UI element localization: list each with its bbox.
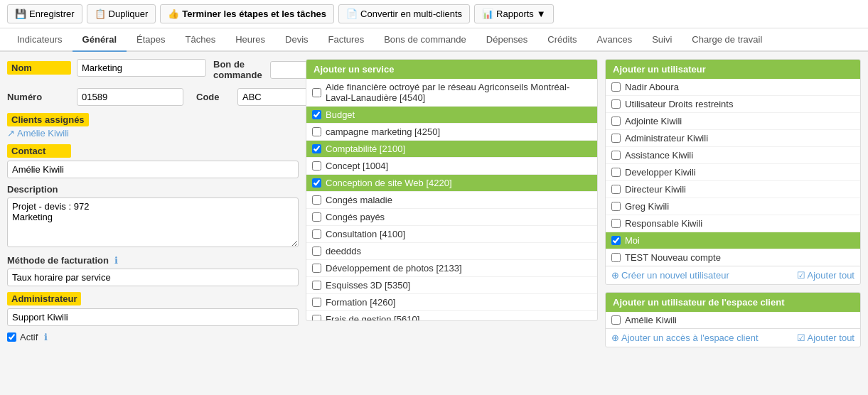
user-checkbox[interactable] bbox=[611, 117, 621, 126]
toolbar: 💾 Enregistrer 📋 Dupliquer 👍 Terminer les… bbox=[0, 0, 868, 28]
billing-info-icon[interactable]: ℹ bbox=[114, 255, 118, 266]
add-all-users-link[interactable]: ☑ Ajouter tout bbox=[797, 270, 855, 281]
services-header: Ajouter un service bbox=[306, 60, 597, 79]
user-item: Administrateur Kiwili bbox=[606, 130, 860, 147]
user-checkbox[interactable] bbox=[611, 253, 621, 262]
client-link[interactable]: ↗ Amélie Kiwili bbox=[7, 128, 299, 139]
convert-button[interactable]: 📄 Convertir en multi-clients bbox=[338, 4, 470, 23]
user-item-label: Greg Kiwili bbox=[625, 201, 854, 212]
tab-factures[interactable]: Factures bbox=[318, 28, 375, 52]
service-checkbox[interactable] bbox=[312, 110, 321, 119]
service-list[interactable]: Aide financière octroyé par le réseau Ag… bbox=[306, 79, 597, 320]
reports-icon: 📊 bbox=[482, 9, 493, 19]
numero-input[interactable] bbox=[77, 88, 183, 106]
service-checkbox[interactable] bbox=[312, 144, 321, 153]
tab-depenses[interactable]: Dépenses bbox=[476, 28, 538, 52]
service-checkbox[interactable] bbox=[312, 88, 321, 97]
save-button[interactable]: 💾 Enregistrer bbox=[7, 4, 82, 23]
actif-label: Actif bbox=[20, 332, 38, 342]
services-section: Ajouter un service Aide financière octro… bbox=[306, 59, 598, 321]
service-item: Aide financière octroyé par le réseau Ag… bbox=[306, 79, 597, 107]
service-item-label: Budget bbox=[326, 109, 591, 120]
tab-devis[interactable]: Devis bbox=[275, 28, 318, 52]
user-item-label: Assistance Kiwili bbox=[625, 150, 854, 161]
user-checkbox[interactable] bbox=[611, 236, 621, 245]
clients-label: Clients assignés bbox=[7, 113, 89, 126]
checkmark-all-icon: ☑ bbox=[797, 332, 805, 343]
tab-taches[interactable]: Tâches bbox=[176, 28, 226, 52]
service-item: Consultation [4100] bbox=[306, 226, 597, 243]
tab-avances[interactable]: Avances bbox=[587, 28, 643, 52]
admin-select[interactable]: Support Kiwili bbox=[7, 308, 299, 326]
service-item: Budget bbox=[306, 107, 597, 124]
service-checkbox[interactable] bbox=[312, 281, 321, 290]
tab-etapes[interactable]: Étapes bbox=[127, 28, 175, 52]
user-checkbox[interactable] bbox=[611, 134, 621, 143]
service-item: deeddds bbox=[306, 243, 597, 260]
main-content: Nom Bon de commande Numéro Code Clients … bbox=[0, 52, 868, 355]
reports-button[interactable]: 📊 Rapports ▼ bbox=[474, 4, 554, 23]
user-item: Developper Kiwili bbox=[606, 164, 860, 181]
user-list: Nadir Aboura Utilisateur Droits restrein… bbox=[606, 79, 860, 266]
user-item-label: Responsable Kiwili bbox=[625, 218, 854, 229]
service-checkbox[interactable] bbox=[312, 212, 321, 222]
actif-info-icon[interactable]: ℹ bbox=[44, 332, 48, 342]
tab-charge-travail[interactable]: Charge de travail bbox=[682, 28, 772, 52]
user-checkbox[interactable] bbox=[611, 151, 621, 160]
service-checkbox[interactable] bbox=[312, 178, 321, 188]
service-item: Développement de photos [2133] bbox=[306, 260, 597, 277]
user-item-label: Developper Kiwili bbox=[625, 167, 854, 178]
service-item: campagne marketing [4250] bbox=[306, 124, 597, 141]
nom-input[interactable] bbox=[77, 59, 206, 77]
actif-row: Actif ℹ bbox=[7, 332, 299, 342]
left-panel: Nom Bon de commande Numéro Code Clients … bbox=[7, 59, 299, 347]
tab-bons-commande[interactable]: Bons de commande bbox=[374, 28, 476, 52]
billing-select[interactable]: Taux horaire par service bbox=[7, 269, 299, 286]
save-icon: 💾 bbox=[15, 9, 26, 19]
dropdown-icon: ▼ bbox=[537, 9, 546, 19]
user-checkbox[interactable] bbox=[611, 219, 621, 228]
user-checkbox[interactable] bbox=[611, 185, 621, 194]
user-item: Greg Kiwili bbox=[606, 198, 860, 215]
service-item-label: Congés payés bbox=[326, 212, 591, 222]
user-item-label: Administrateur Kiwili bbox=[625, 133, 854, 144]
service-checkbox[interactable] bbox=[312, 161, 321, 171]
tab-general[interactable]: Général bbox=[73, 28, 127, 52]
service-checkbox[interactable] bbox=[312, 298, 321, 307]
nav-tabs: Indicateurs Général Étapes Tâches Heures… bbox=[0, 28, 868, 52]
user-checkbox[interactable] bbox=[611, 99, 621, 109]
nom-label: Nom bbox=[7, 61, 71, 75]
contact-select[interactable]: Amélie Kiwili bbox=[7, 161, 299, 178]
client-space-checkbox[interactable] bbox=[611, 315, 621, 325]
user-item: Utilisateur Droits restreints bbox=[606, 96, 860, 113]
service-item: Congés maladie bbox=[306, 192, 597, 209]
tab-indicateurs[interactable]: Indicateurs bbox=[7, 28, 73, 52]
tab-credits[interactable]: Crédits bbox=[537, 28, 586, 52]
finish-button[interactable]: 👍 Terminer les étapes et les tâches bbox=[160, 4, 334, 23]
service-item-label: Esquisses 3D [5350] bbox=[326, 280, 591, 291]
service-item-label: Développement de photos [2133] bbox=[326, 263, 591, 274]
user-checkbox[interactable] bbox=[611, 82, 621, 92]
service-item-label: Comptabilité [2100] bbox=[326, 144, 591, 154]
add-access-link[interactable]: ⊕ Ajouter un accès à l'espace client bbox=[611, 332, 759, 343]
duplicate-icon: 📋 bbox=[95, 9, 106, 19]
user-checkbox[interactable] bbox=[611, 202, 621, 211]
service-checkbox[interactable] bbox=[312, 195, 321, 205]
service-checkbox[interactable] bbox=[312, 315, 321, 320]
bon-commande-label: Bon de commande bbox=[213, 59, 264, 80]
service-checkbox[interactable] bbox=[312, 229, 321, 239]
description-textarea[interactable]: Projet - devis : 972 Marketing bbox=[7, 198, 299, 247]
create-user-link[interactable]: ⊕ Créer un nouvel utilisateur bbox=[611, 270, 729, 281]
service-checkbox[interactable] bbox=[312, 247, 321, 256]
add-all-clients-link[interactable]: ☑ Ajouter tout bbox=[797, 332, 855, 343]
add-access-icon: ⊕ bbox=[611, 332, 619, 343]
user-item: Adjointe Kiwili bbox=[606, 113, 860, 130]
service-checkbox[interactable] bbox=[312, 127, 321, 136]
service-item: Concept [1004] bbox=[306, 158, 597, 175]
user-checkbox[interactable] bbox=[611, 168, 621, 177]
tab-heures[interactable]: Heures bbox=[225, 28, 275, 52]
service-checkbox[interactable] bbox=[312, 264, 321, 273]
duplicate-button[interactable]: 📋 Dupliquer bbox=[87, 4, 156, 23]
actif-checkbox[interactable] bbox=[7, 332, 16, 342]
tab-suivi[interactable]: Suivi bbox=[642, 28, 682, 52]
